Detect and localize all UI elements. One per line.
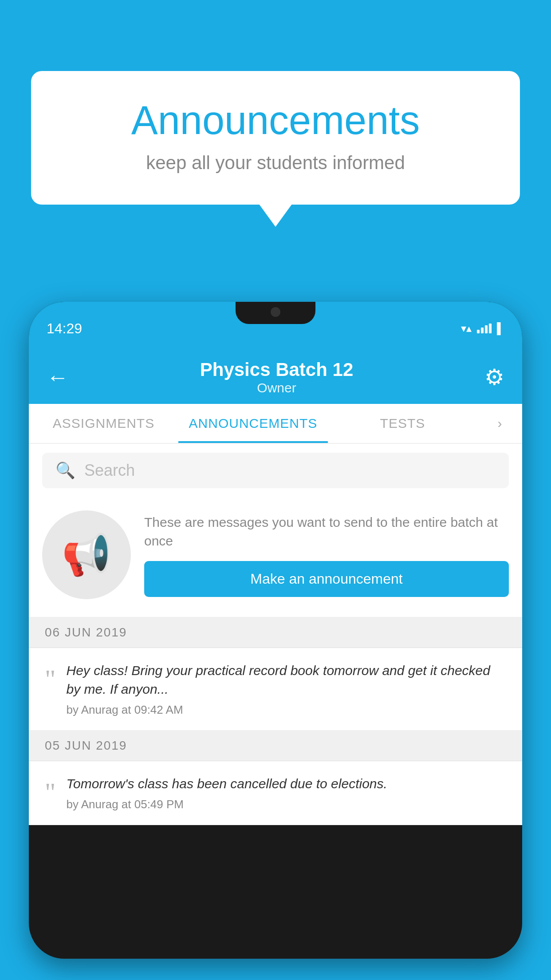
search-bar[interactable]: 🔍 Search — [42, 453, 509, 488]
date-separator-2: 05 JUN 2019 — [29, 731, 522, 761]
battery-icon: ▌ — [497, 322, 504, 335]
status-bar: 14:29 ▾▴ ▌ — [29, 302, 522, 351]
tab-announcements[interactable]: ANNOUNCEMENTS — [178, 404, 328, 443]
announcement-message-2: Tomorrow's class has been cancelled due … — [67, 775, 387, 793]
status-time: 14:29 — [47, 320, 82, 337]
tab-assignments[interactable]: ASSIGNMENTS — [29, 404, 178, 443]
phone-device: 14:29 ▾▴ ▌ ← Physics Batch 12 Owner ⚙ — [29, 302, 522, 959]
tab-tests[interactable]: TESTS — [328, 404, 477, 443]
megaphone-icon: 📢 — [62, 532, 111, 578]
app-header: ← Physics Batch 12 Owner ⚙ — [29, 351, 522, 404]
quote-icon-2: " — [45, 779, 56, 806]
make-announcement-button[interactable]: Make an announcement — [144, 561, 509, 597]
back-button[interactable]: ← — [47, 364, 69, 390]
camera-dot — [271, 307, 280, 317]
signal-bar-2 — [481, 328, 484, 333]
announcement-item-1: " Hey class! Bring your practical record… — [29, 648, 522, 731]
signal-bar-3 — [485, 325, 488, 333]
megaphone-circle: 📢 — [42, 510, 131, 599]
search-icon: 🔍 — [55, 461, 75, 480]
date-separator-1: 06 JUN 2019 — [29, 617, 522, 648]
promo-description: These are messages you want to send to t… — [144, 513, 509, 550]
quote-icon-1: " — [45, 666, 56, 692]
announcement-text-1: Hey class! Bring your practical record b… — [67, 661, 507, 717]
signal-bars-icon — [477, 324, 492, 333]
speech-bubble-subtitle: keep all your students informed — [67, 152, 484, 174]
batch-title: Physics Batch 12 — [200, 359, 354, 380]
tabs-bar: ASSIGNMENTS ANNOUNCEMENTS TESTS › — [29, 404, 522, 444]
announcement-message-1: Hey class! Bring your practical record b… — [67, 661, 507, 699]
batch-role: Owner — [200, 380, 354, 395]
header-title-block: Physics Batch 12 Owner — [200, 359, 354, 395]
status-icons: ▾▴ ▌ — [461, 322, 504, 335]
wifi-icon: ▾▴ — [461, 322, 472, 335]
phone-notch — [236, 302, 315, 324]
promo-right: These are messages you want to send to t… — [131, 513, 509, 597]
announcement-text-2: Tomorrow's class has been cancelled due … — [67, 775, 387, 811]
speech-bubble-card: Announcements keep all your students inf… — [31, 71, 520, 205]
promo-block: 📢 These are messages you want to send to… — [29, 497, 522, 617]
announcement-meta-1: by Anurag at 09:42 AM — [67, 703, 507, 717]
speech-bubble-section: Announcements keep all your students inf… — [31, 71, 520, 205]
tab-more[interactable]: › — [477, 404, 522, 443]
content-area: 🔍 Search 📢 These are messages you want t… — [29, 444, 522, 825]
signal-bar-4 — [489, 324, 492, 333]
settings-icon[interactable]: ⚙ — [484, 364, 504, 390]
phone-wrapper: 14:29 ▾▴ ▌ ← Physics Batch 12 Owner ⚙ — [29, 302, 522, 980]
search-placeholder: Search — [84, 461, 135, 480]
speech-bubble-title: Announcements — [67, 98, 484, 143]
announcement-meta-2: by Anurag at 05:49 PM — [67, 798, 387, 811]
announcement-item-2: " Tomorrow's class has been cancelled du… — [29, 761, 522, 825]
signal-bar-1 — [477, 330, 480, 333]
